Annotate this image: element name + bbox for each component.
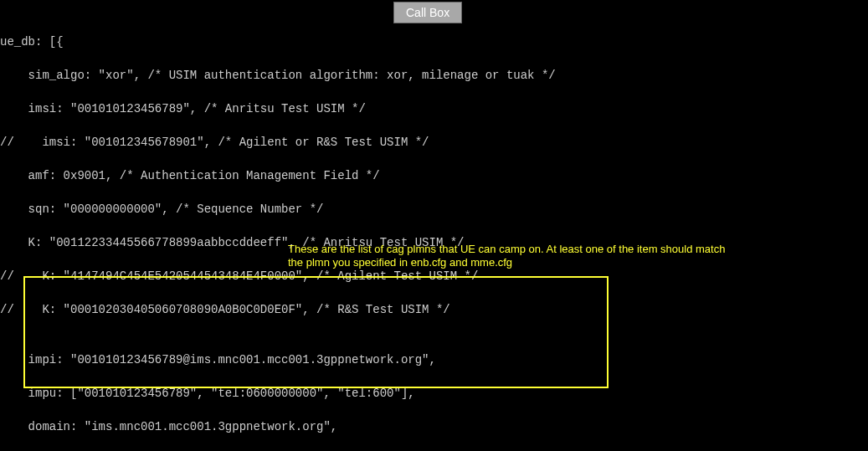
annotation-line: These are the list of cag plmns that UE …: [288, 243, 725, 255]
code-line: amf: 0x9001, /* Authentication Managemen…: [0, 167, 556, 184]
code-line: ue_db: [{: [0, 33, 556, 50]
code-line: sim_algo: "xor", /* USIM authentication …: [0, 67, 556, 84]
code-line: imsi: "001010123456789", /* Anritsu Test…: [0, 100, 556, 117]
code-line: // imsi: "001012345678901", /* Agilent o…: [0, 134, 556, 151]
code-line: impi: "001010123456789@ims.mnc001.mcc001…: [0, 351, 556, 368]
code-line: // K: "000102030405060708090A0B0C0D0E0F"…: [0, 301, 556, 318]
code-block: ue_db: [{ sim_algo: "xor", /* USIM authe…: [0, 17, 556, 451]
annotation-callout: These are the list of cag plmns that UE …: [288, 243, 725, 269]
code-line: // K: "4147494C454E5420544543484E4F0000"…: [0, 268, 556, 284]
code-line: impu: ["001010123456789", "tel:060000000…: [0, 385, 556, 402]
annotation-line: the plmn you specified in enb.cfg and mm…: [288, 256, 512, 269]
code-line: sqn: "000000000000", /* Sequence Number …: [0, 201, 556, 218]
code-line: domain: "ims.mnc001.mcc001.3gppnetwork.o…: [0, 418, 556, 435]
